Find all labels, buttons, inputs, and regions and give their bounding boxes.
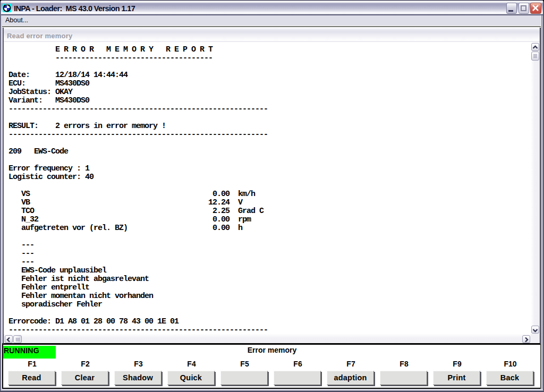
svg-text:BMW: BMW: [5, 4, 9, 6]
